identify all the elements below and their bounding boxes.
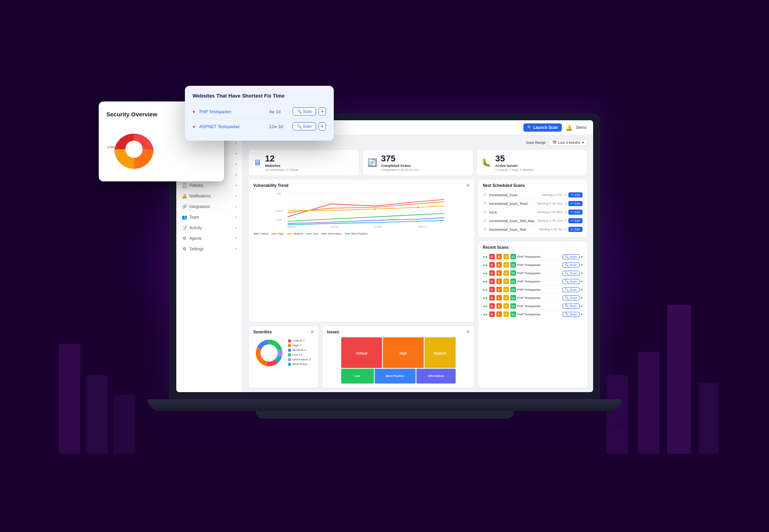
legend-high: High: [271, 232, 284, 235]
badge-low-2: 11: [510, 270, 516, 276]
badge-medium-3: 4: [503, 279, 509, 284]
badge-high-6: 6: [496, 303, 502, 309]
svg-point-12: [417, 206, 419, 208]
stat-websites-info: 12 Websites 10 Vulnerable, 4 Critical: [265, 154, 299, 172]
recent-scan-btn-7[interactable]: 🔍 Scan: [563, 312, 579, 317]
sidebar-item-policies[interactable]: 📋 Policies ▾: [176, 180, 242, 191]
recent-scan-row-7: ●● 6 6 4 11 PHP Testsparker 🔍 Scan: [483, 310, 583, 318]
scheduling-chevron: ▾: [235, 141, 237, 145]
sidebar-item-notifications[interactable]: 🔔 Notifications ▾: [176, 191, 242, 201]
scan-edit-btn-1[interactable]: ✏ Edit: [568, 201, 582, 206]
date-range-select[interactable]: 📅 Last 3 Months ▾: [549, 139, 588, 146]
notifications-chevron: ▾: [235, 194, 237, 198]
line-chart: High Medium Critical 01/2022 02/2022 03/…: [253, 191, 470, 230]
notifications-bell-icon[interactable]: 🔔: [566, 125, 572, 131]
issues-number: 35: [495, 154, 534, 164]
donut-legend: Critical 7 High 7: [288, 339, 311, 367]
websites-number: 12: [265, 154, 299, 164]
laptop-screen: invicti 📅 Scheduling ▾ 📊 Reporting ▾: [176, 120, 593, 392]
scan-name-2: Incre: [489, 210, 535, 214]
svg-point-11: [374, 208, 375, 210]
scan-status-icon-4: ●●: [483, 288, 488, 292]
reporting-label: Reporting: [190, 152, 233, 156]
stat-issues-info: 35 Active Issues 7 Critical, 7 High, 4 M…: [495, 154, 534, 172]
badge-medium-6: 4: [503, 303, 509, 309]
agents-label: Agents: [190, 236, 233, 241]
recent-scan-btn-1[interactable]: 🔍 Scan: [563, 262, 579, 268]
sidebar-item-activity[interactable]: 📝 Activity ▾: [176, 223, 242, 233]
scheduled-scans-card: Next Scheduled Scans ⏱ Incremental_Scan …: [478, 179, 588, 238]
notifications-label: Notifications: [190, 194, 233, 198]
scan-edit-btn-2[interactable]: ✏ Edit: [568, 210, 582, 215]
date-range-value: Last 3 Months: [558, 141, 581, 145]
sidebar-item-technologies[interactable]: 💻 Technologies ▾: [176, 170, 242, 180]
recent-scan-btn-4[interactable]: 🔍 Scan: [563, 287, 579, 292]
sidebar-item-scheduling[interactable]: 📅 Scheduling ▾: [176, 138, 242, 148]
recent-scan-btn-0[interactable]: 🔍 Scan: [563, 254, 579, 259]
stat-scans-info: 375 Completed Scans Completed In 00:46:0…: [381, 154, 421, 172]
recent-scan-dropdown-5[interactable]: ▾: [581, 296, 583, 300]
legend-high-item: High 7: [288, 344, 311, 347]
launch-scan-button[interactable]: 🔍 Launch Scan: [523, 123, 562, 132]
svg-text:High: High: [277, 192, 281, 195]
badge-high-1: 6: [496, 262, 502, 268]
badge-critical-3: 6: [489, 279, 495, 284]
stat-card-websites: 🖥 12 Websites 10 Vulnerable, 4 Critical: [248, 149, 359, 176]
team-icon: 👥: [182, 215, 187, 220]
activity-label: Activity: [190, 226, 233, 230]
sidebar-item-issues[interactable]: ⚠ Issues ▾: [176, 159, 242, 170]
recent-scan-name-1: PHP Testsparker: [517, 263, 561, 267]
scan-status-icon-5: ●●: [483, 296, 488, 300]
technologies-chevron: ▾: [235, 173, 237, 177]
recent-scan-dropdown-7[interactable]: ▾: [581, 313, 583, 316]
recent-scan-btn-3[interactable]: 🔍 Scan: [563, 279, 579, 284]
scheduled-scans-title: Next Scheduled Scans: [483, 183, 583, 188]
scan-edit-btn-4[interactable]: ✏ Edit: [568, 227, 582, 232]
recent-scan-dropdown-3[interactable]: ▾: [581, 280, 583, 283]
recent-scan-btn-2[interactable]: 🔍 Scan: [563, 271, 579, 276]
scan-edit-btn-3[interactable]: ✏ Edit: [568, 218, 582, 223]
scan-row-0: ⏱ Incremental_Scan Starting in 27m ℹ ✏ E…: [483, 191, 583, 199]
settings-label: Settings: [190, 247, 233, 251]
sidebar-item-team[interactable]: 👥 Team ▾: [176, 212, 242, 223]
recent-scan-dropdown-1[interactable]: ▾: [581, 263, 583, 267]
sidebar-item-agents[interactable]: ⚙ Agents ▾: [176, 233, 242, 244]
sidebar-item-reporting[interactable]: 📊 Reporting ▾: [176, 148, 242, 159]
issues-expand-icon[interactable]: ⊞: [467, 330, 470, 334]
severities-expand-icon[interactable]: ⊞: [311, 330, 314, 334]
recent-scan-name-7: PHP Testsparker: [517, 313, 561, 316]
badge-critical-2: 6: [489, 270, 495, 276]
scan-info-icon-4: ℹ: [565, 228, 566, 231]
scan-edit-btn-0[interactable]: ✏ Edit: [568, 192, 582, 197]
dashboard-body: Date Range 📅 Last 3 Months ▾ �: [243, 135, 593, 392]
badge-low-0: 11: [510, 254, 516, 259]
recent-scan-btn-5[interactable]: 🔍 Scan: [563, 295, 579, 300]
sidebar-item-integrations[interactable]: 🔗 Integrations ▾: [176, 201, 242, 212]
user-menu[interactable]: Demo: [576, 125, 587, 130]
policies-icon: 📋: [182, 183, 187, 188]
treemap-visual: Critical High Medium: [327, 337, 470, 384]
scan-clock-icon-1: ⏱: [483, 201, 487, 206]
badge-critical-4: 5: [489, 287, 495, 292]
screen-bezel: invicti 📅 Scheduling ▾ 📊 Reporting ▾: [169, 113, 600, 399]
badge-low-6: 11: [510, 303, 516, 309]
trend-expand-icon[interactable]: ⊞: [467, 183, 470, 187]
svg-text:03/2022: 03/2022: [375, 226, 382, 228]
sidebar-item-settings[interactable]: ⚙ Settings ▾: [176, 244, 242, 254]
recent-scan-dropdown-6[interactable]: ▾: [581, 304, 583, 308]
svg-text:Best Practice: Best Practice: [386, 374, 404, 378]
app-layout: invicti 📅 Scheduling ▾ 📊 Reporting ▾: [176, 120, 593, 392]
scan-status-icon-3: ●●: [483, 279, 488, 284]
badge-critical-0: 6: [489, 254, 495, 259]
scan-clock-icon-0: ⏱: [483, 193, 487, 197]
scan-status-icon-1: ●●: [483, 263, 488, 267]
recent-scan-dropdown-4[interactable]: ▾: [581, 288, 583, 291]
scheduled-title-text: Next Scheduled Scans: [483, 183, 525, 188]
fix-time-title: Websites That Have Shortest Fix Time: [193, 93, 326, 99]
agents-chevron: ▾: [235, 237, 237, 240]
recent-scan-dropdown-2[interactable]: ▾: [581, 271, 583, 275]
recent-scan-btn-6[interactable]: 🔍 Scan: [563, 304, 579, 309]
notifications-icon: 🔔: [182, 194, 187, 199]
recent-scan-dropdown-0[interactable]: ▾: [581, 255, 583, 259]
recent-scan-name-0: PHP Testsparker: [517, 255, 561, 259]
